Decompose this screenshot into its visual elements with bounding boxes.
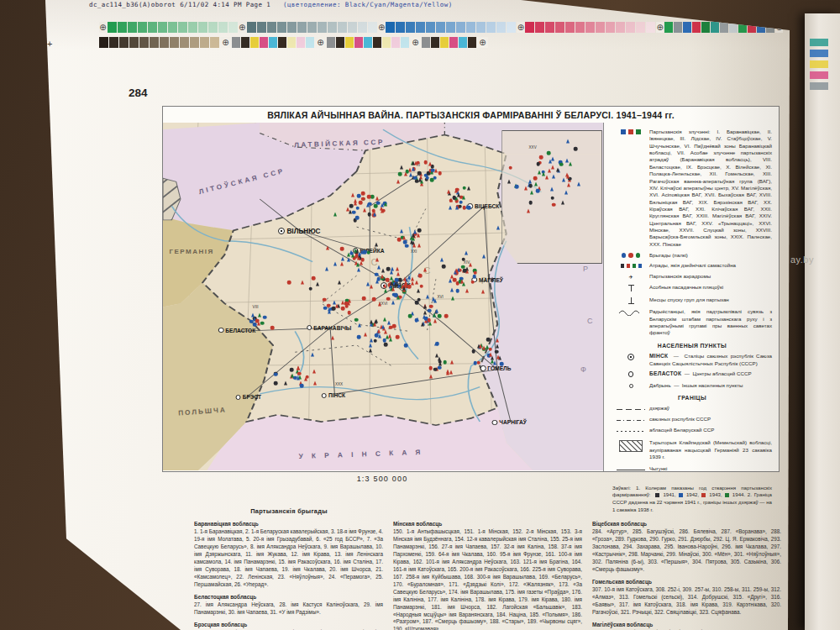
detachment-symbol [412, 161, 415, 165]
detachment-symbol [449, 370, 453, 375]
detachment-symbol [384, 288, 387, 292]
color-patch [318, 22, 327, 33]
color-patch [386, 22, 395, 33]
color-patch [119, 37, 129, 48]
year-color-swatch [725, 493, 729, 497]
detachment-symbol [377, 329, 381, 333]
detachment-symbol [390, 270, 393, 275]
brigade-symbol [354, 318, 359, 323]
brigade-symbol [270, 326, 275, 330]
detachment-symbol [449, 198, 453, 202]
brigade-symbol [415, 179, 419, 183]
color-patch [810, 82, 828, 90]
city-label: БАРАНАВІЧЫ [307, 319, 352, 334]
brigade-symbol [405, 244, 409, 248]
other-example: Дабрынь [649, 382, 671, 388]
color-patch [565, 22, 575, 33]
color-patch [525, 22, 534, 33]
detachment-symbol [549, 159, 552, 163]
other-settlement-icon [612, 382, 649, 389]
brigade-symbol [463, 269, 467, 273]
detachment-symbol [251, 312, 255, 317]
detachment-symbol [412, 167, 415, 171]
color-patch [711, 22, 719, 33]
brigade-symbol [312, 276, 316, 281]
map-notes: Заўвагі: 1. Колерам паказаны год стварэн… [612, 485, 772, 514]
brigade-symbol [323, 297, 327, 302]
detachment-symbol [491, 359, 494, 363]
detachment-symbol [341, 257, 344, 261]
republic-border-label: саюзных рэспублік СССР [649, 416, 772, 423]
oblast-city-dot [218, 328, 224, 333]
registration-mark-icon: ⊕ [220, 37, 231, 48]
color-patch [129, 37, 139, 48]
detachment-symbol [358, 323, 361, 327]
brigade-symbol [384, 343, 388, 347]
detachment-symbol [325, 267, 328, 271]
zone-roman-numeral: XXV [529, 144, 537, 149]
color-patch [449, 37, 458, 48]
brigade-symbol [290, 368, 294, 372]
country-label: Ф [580, 365, 586, 374]
brigade-symbol [361, 192, 365, 196]
detachment-symbol [389, 338, 392, 342]
color-patch [674, 22, 682, 33]
color-patch [596, 22, 605, 33]
detachment-symbol [415, 280, 418, 284]
brigade-symbol [419, 284, 423, 288]
brigade-symbol [395, 278, 399, 282]
color-calibration-bar-bottom: ⊕⊕⊕⊕ [99, 37, 783, 48]
brigade-symbol [355, 216, 360, 220]
registration-mark-icon: ⊕ [378, 22, 386, 33]
detachment-symbol [349, 210, 352, 214]
brigade-symbol [429, 305, 433, 309]
brigade-symbol [370, 195, 375, 199]
brigade-symbol [349, 204, 354, 208]
color-patch [456, 22, 465, 33]
detachment-symbol [489, 352, 492, 356]
color-patch [287, 22, 297, 33]
brigade-symbol [355, 206, 360, 210]
city-name: ГОМЕЛЬ [487, 365, 511, 371]
city-label: ВІЦЕБСК [468, 198, 500, 213]
detachment-symbol [375, 243, 378, 247]
map-frame: ВЯЛІКАЯ АЙЧЫННАЯ ВАЙНА. ПАРТЫЗАНСКІЯ ФАР… [162, 106, 780, 472]
detachment-symbol [449, 279, 452, 283]
color-patch [810, 50, 828, 57]
year-color-swatch [679, 493, 683, 497]
detachment-symbol [384, 202, 387, 207]
color-patch [180, 37, 189, 48]
brigade-symbol [547, 151, 551, 155]
settlements-header: НАСЕЛЕНЫЯ ПУНКТЫ [612, 343, 772, 349]
brigade-symbol [453, 278, 457, 282]
brigade-symbol [462, 186, 466, 190]
detachment-symbol [391, 286, 395, 291]
detachment-symbol [465, 288, 469, 292]
color-patch [436, 22, 445, 33]
detachment-symbol [348, 299, 351, 303]
detachment-symbol [312, 369, 316, 373]
detachment-symbol [381, 202, 384, 207]
detachment-symbol [440, 258, 444, 262]
detachment-symbol [372, 208, 375, 213]
detachment-symbol [396, 266, 399, 270]
color-patch [257, 22, 266, 33]
zone-roman-numeral: XXX [335, 381, 343, 386]
brigade-symbol [386, 297, 391, 301]
brigade-symbol [403, 240, 407, 244]
detachment-symbol [551, 165, 554, 170]
city-label: ЧАРНІГАЎ [492, 414, 527, 429]
print-slug-row: dc_ac114_b36(A)oborot 6/11/02 4:14 PM Pa… [89, 1, 453, 8]
detachment-symbol [331, 335, 334, 339]
color-patch [459, 37, 467, 48]
color-patch [190, 37, 199, 48]
detachment-symbol [370, 284, 373, 288]
color-patch [507, 22, 516, 33]
color-patch [250, 37, 259, 48]
oblast-section-text: 284. «Артур», 285. Багушэўскі, 286. Бяле… [592, 528, 781, 574]
detachment-symbol [369, 348, 372, 352]
brigade-symbol [423, 160, 428, 165]
brigade-symbol [397, 238, 402, 242]
brigade-symbol [486, 338, 491, 342]
detachment-symbol [396, 296, 400, 300]
